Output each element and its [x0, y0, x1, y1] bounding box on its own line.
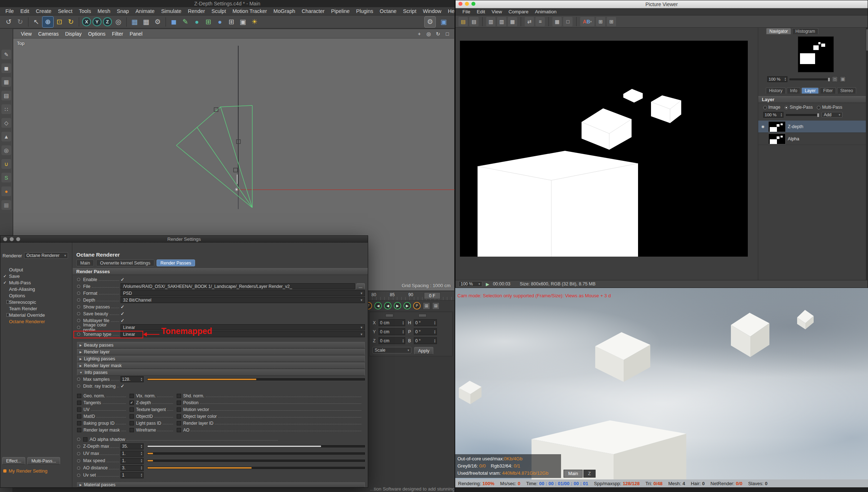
coordinate-system-icon[interactable]: ◎	[113, 16, 124, 28]
menu-item[interactable]: Select	[55, 8, 76, 14]
polygons-mode-icon[interactable]: ▲	[1, 132, 11, 141]
menu-item[interactable]: File	[2, 8, 17, 14]
menu-item[interactable]: Motion Tracker	[229, 8, 270, 14]
zdepth-pass-image[interactable]	[460, 41, 748, 257]
render-settings-titlebar[interactable]: Render Settings	[0, 236, 368, 243]
rotation-field[interactable]: 0 ° ▴▾	[414, 319, 437, 326]
grid-small-icon[interactable]: ⊞	[596, 17, 605, 26]
render-to-picture-viewer-icon[interactable]: ▦	[140, 16, 152, 28]
render-pass-option[interactable]: ✓ Shd. norm.	[177, 392, 365, 399]
layer-row[interactable]: ◉ Z-depth	[758, 121, 866, 133]
rotation-column-menu[interactable]	[419, 314, 426, 317]
menu-item[interactable]: File	[459, 9, 474, 14]
depth-dropdown[interactable]: 32 Bit/Channel▾	[121, 297, 365, 303]
color-profile-dropdown[interactable]: Linear▾	[121, 324, 365, 330]
viewport-camera-icon[interactable]: ▣	[438, 16, 449, 28]
x-axis-lock-icon[interactable]: X	[82, 17, 91, 26]
menu-item[interactable]: Animate	[132, 8, 158, 14]
minimize-icon[interactable]	[465, 2, 469, 6]
viewer-pass-tab[interactable]: Z	[583, 470, 596, 478]
menu-item[interactable]: Snap	[114, 8, 132, 14]
close-icon[interactable]	[3, 237, 7, 241]
scale-dropdown[interactable]: Scale▾	[372, 347, 411, 353]
parameter-slider[interactable]	[147, 445, 365, 447]
info-passes-bar[interactable]: ▼ Info passes	[77, 369, 365, 376]
render-pass-option[interactable]: ✓ Light pass ID	[130, 420, 177, 426]
sidebar-tab[interactable]: Filter	[820, 87, 836, 94]
pass-checkbox[interactable]: ✓	[77, 407, 81, 412]
value-field[interactable]: 35. ▴▾	[121, 443, 144, 450]
render-pass-option[interactable]: ✓ Vtx. norm.	[130, 392, 177, 399]
open-icon[interactable]: ▤	[458, 17, 468, 26]
pass-checkbox[interactable]: ✓	[130, 428, 134, 432]
parameter-slider[interactable]	[147, 460, 365, 462]
parameter-slider[interactable]	[147, 452, 365, 455]
render-pass-option[interactable]: ✓ Texture tangent	[130, 406, 177, 413]
close-icon[interactable]	[458, 2, 462, 6]
render-pass-option[interactable]: ✓ Position	[177, 399, 365, 406]
menu-item[interactable]: Character	[298, 8, 328, 14]
paint-icon[interactable]: ●	[1, 186, 11, 196]
render-settings-tab[interactable]: Main	[76, 259, 94, 266]
rotation-field[interactable]: 0 ° ▴▾	[414, 337, 437, 344]
magnet-snap-icon[interactable]: ∪	[1, 159, 11, 169]
render-pass-option[interactable]: ✓ ObjectID	[130, 413, 177, 420]
pass-checkbox[interactable]: ✓	[177, 394, 181, 398]
tree-item-check[interactable]: ✓	[3, 274, 9, 279]
format-dropdown[interactable]: PSD▾	[121, 290, 365, 296]
texture-mode-icon[interactable]: ▦	[1, 77, 11, 87]
effect-button[interactable]: Effect...	[2, 457, 25, 465]
pass-mode-option[interactable]: Image	[763, 105, 780, 110]
render-pass-option[interactable]: ✓ Object layer color	[177, 413, 365, 420]
viewport-menu-item[interactable]: Display	[62, 31, 85, 37]
tree-item-check[interactable]: ✓	[3, 313, 9, 317]
current-frame-field[interactable]: 0 F	[424, 292, 440, 299]
position-field[interactable]: 0 cm ▴▾	[379, 337, 405, 344]
ao-alpha-shadow-row[interactable]: AO alpha shadow	[77, 436, 365, 443]
sidebar-tab[interactable]: Layer	[801, 87, 819, 94]
apply-button[interactable]: Apply	[414, 347, 433, 355]
dual-view-icon[interactable]: ▥	[497, 17, 506, 26]
distributed-ray-tracing-row[interactable]: Distr. ray tracing ✓	[77, 383, 365, 389]
tree-item-check[interactable]: ✓	[3, 287, 9, 292]
redo-icon[interactable]: ↻	[14, 16, 26, 28]
pass-checkbox[interactable]: ✓	[77, 428, 81, 432]
points-mode-icon[interactable]: ∷	[1, 104, 11, 114]
render-pass-option[interactable]: ✓ Motion vector	[177, 406, 365, 413]
image-canvas[interactable]	[456, 28, 758, 280]
play-icon[interactable]: ▶	[486, 281, 489, 287]
move-tool-icon[interactable]: ⊕	[42, 16, 54, 28]
next-frame-button[interactable]: ▶	[403, 302, 411, 310]
axis-mode-icon[interactable]: ◎	[1, 145, 11, 155]
sidebar-tab[interactable]: History	[766, 87, 786, 94]
max-samples-slider[interactable]	[147, 378, 365, 380]
menu-item[interactable]: Sculpt	[208, 8, 229, 14]
ao-alpha-checkbox[interactable]	[83, 437, 87, 442]
navigator-zoom-field[interactable]: 100 % ▴▾	[767, 76, 787, 82]
settings-tree-item[interactable]: ✓ Octane Renderer	[0, 318, 72, 325]
tree-item-check[interactable]: ✓	[3, 280, 9, 285]
save-icon[interactable]: ▤	[469, 17, 479, 26]
settings-tree-item[interactable]: ✓ Multi-Pass	[0, 279, 72, 286]
render-pass-option[interactable]: ✓ Z-depth	[130, 399, 177, 406]
collapsed-group-bar[interactable]: ▶ Render layer mask	[77, 362, 365, 369]
renderer-dropdown[interactable]: Octane Renderer▾	[24, 252, 68, 259]
pass-checkbox[interactable]: ✓	[177, 401, 181, 405]
viewport-menu-item[interactable]: Cameras	[35, 31, 62, 37]
rotate-tool-icon[interactable]: ↻	[65, 16, 77, 28]
minimize-icon[interactable]	[10, 237, 14, 241]
convert-image-icon[interactable]: AB▾	[580, 17, 595, 26]
pass-checkbox[interactable]: ✓	[77, 401, 81, 405]
layer-opacity-slider[interactable]	[786, 114, 819, 116]
value-field[interactable]: 1 ▴▾	[121, 472, 144, 478]
position-field[interactable]: 0 cm ▴▾	[379, 328, 405, 335]
viewport-zoom-icon[interactable]: ◎	[425, 30, 433, 38]
pass-checkbox[interactable]: ✓	[177, 414, 181, 419]
viewport-menu-item[interactable]: Panel	[126, 31, 146, 37]
render-pass-option[interactable]: ✓ Baking group ID	[77, 420, 130, 426]
render-settings-icon[interactable]: ⚙	[152, 16, 163, 28]
viewport-pan-icon[interactable]: +	[415, 30, 423, 38]
render-pass-option[interactable]: ✓ MatID	[77, 413, 130, 420]
menu-item[interactable]: Mesh	[94, 8, 113, 14]
menu-item[interactable]: Create	[32, 8, 55, 14]
